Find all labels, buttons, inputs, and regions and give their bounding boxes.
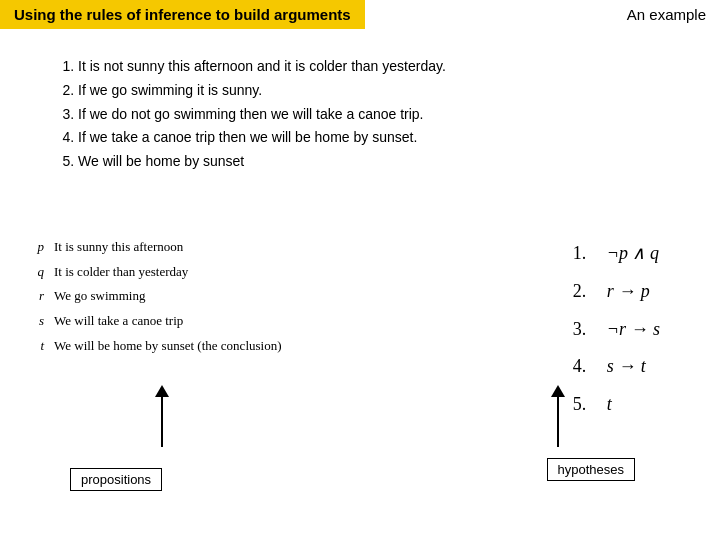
numbered-statements: It is not sunny this afternoon and it is…	[60, 55, 446, 174]
arrow-line-icon	[161, 397, 163, 447]
statement-item-3: If we do not go swimming then we will ta…	[78, 103, 446, 127]
hyp-num: 1.	[573, 235, 597, 273]
proposition-row-1: pIt is sunny this afternoon	[30, 235, 282, 260]
hyp-formula: ¬r → s	[607, 311, 660, 349]
prop-var: s	[30, 309, 44, 334]
hyp-formula: r → p	[607, 273, 650, 311]
prop-desc: We go swimming	[54, 284, 145, 309]
proposition-row-3: rWe go swimming	[30, 284, 282, 309]
hyp-formula: t	[607, 386, 612, 424]
propositions-table: pIt is sunny this afternoonqIt is colder…	[30, 235, 282, 358]
hyp-formula: s → t	[607, 348, 646, 386]
prop-desc: It is sunny this afternoon	[54, 235, 183, 260]
prop-var: p	[30, 235, 44, 260]
statement-item-1: It is not sunny this afternoon and it is…	[78, 55, 446, 79]
slide-title: Using the rules of inference to build ar…	[0, 0, 365, 29]
prop-desc: It is colder than yesterday	[54, 260, 188, 285]
hyp-num: 3.	[573, 311, 597, 349]
hypotheses-label: hypotheses	[547, 458, 636, 481]
hypothesis-row-5: 5.t	[573, 386, 660, 424]
prop-var: q	[30, 260, 44, 285]
slide-subtitle: An example	[627, 6, 706, 23]
hyp-num: 4.	[573, 348, 597, 386]
proposition-row-5: tWe will be home by sunset (the conclusi…	[30, 334, 282, 359]
hypothesis-row-3: 3.¬r → s	[573, 311, 660, 349]
prop-desc: We will be home by sunset (the conclusio…	[54, 334, 282, 359]
hypothesis-row-1: 1.¬p ∧ q	[573, 235, 660, 273]
statements-list: It is not sunny this afternoon and it is…	[60, 55, 446, 174]
prop-desc: We will take a canoe trip	[54, 309, 183, 334]
prop-var: r	[30, 284, 44, 309]
hyp-num: 5.	[573, 386, 597, 424]
hypotheses-arrow	[551, 385, 565, 447]
propositions-label: propositions	[70, 468, 162, 491]
arrow-head-up-icon	[155, 385, 169, 397]
hypothesis-row-4: 4.s → t	[573, 348, 660, 386]
prop-var: t	[30, 334, 44, 359]
statement-item-5: We will be home by sunset	[78, 150, 446, 174]
hyp-arrow-line-icon	[557, 397, 559, 447]
hyp-num: 2.	[573, 273, 597, 311]
propositions-arrow	[155, 385, 169, 447]
proposition-row-4: sWe will take a canoe trip	[30, 309, 282, 334]
proposition-row-2: qIt is colder than yesterday	[30, 260, 282, 285]
hyp-formula: ¬p ∧ q	[607, 235, 659, 273]
hypotheses-list: 1.¬p ∧ q2.r → p3.¬r → s4.s → t5.t	[573, 235, 660, 424]
hypothesis-row-2: 2.r → p	[573, 273, 660, 311]
statement-item-2: If we go swimming it is sunny.	[78, 79, 446, 103]
statement-item-4: If we take a canoe trip then we will be …	[78, 126, 446, 150]
hyp-arrow-head-up-icon	[551, 385, 565, 397]
